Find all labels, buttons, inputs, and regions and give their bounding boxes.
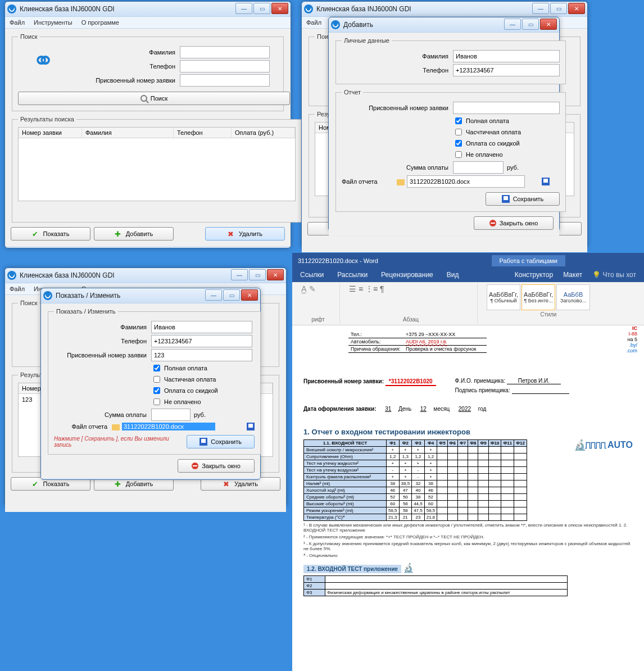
chk-partial[interactable] xyxy=(153,376,160,383)
label-reqnum: Присвоенный номер заявки xyxy=(69,77,180,84)
label-surname: Фамилия xyxy=(69,49,180,56)
results-group-label: Результаты поиска xyxy=(18,116,76,123)
menu-file[interactable]: Файл xyxy=(10,285,25,292)
close-window-button[interactable]: Закрыть окно xyxy=(474,216,554,230)
menu-file[interactable]: Файл xyxy=(10,19,25,26)
plus-icon xyxy=(115,230,123,238)
search-group-label: Поиск xyxy=(18,33,39,40)
hint-text: Нажмите [ Сохранить ], если Вы изменили … xyxy=(54,436,187,448)
close-button[interactable]: ✕ xyxy=(568,3,585,14)
word-context-tab: Работа с таблицами xyxy=(492,255,565,266)
style-nospace[interactable]: АаБбВвГг,¶ Без инте... xyxy=(521,284,555,310)
close-button[interactable]: ✕ xyxy=(241,289,258,301)
menu-tools[interactable]: Инструменты xyxy=(34,19,72,26)
app-icon xyxy=(331,20,340,29)
people-icon: ⚭ xyxy=(18,44,69,76)
add-reqnum-input[interactable] xyxy=(453,102,560,114)
app-icon xyxy=(7,271,16,280)
save-icon xyxy=(502,195,510,203)
style-normal[interactable]: АаБбВвГг,¶ Обычный xyxy=(487,284,520,310)
tab-references[interactable]: Ссылки xyxy=(300,271,324,279)
add-button[interactable]: Добавить xyxy=(94,227,174,241)
report-group: Отчет xyxy=(342,89,363,96)
menu-about[interactable]: О программе xyxy=(81,19,119,26)
window-title: Клиенская база INJ6000N GDI xyxy=(316,5,411,13)
close-button[interactable]: ✕ xyxy=(271,3,288,14)
minimize-button[interactable]: — xyxy=(532,3,549,14)
search-icon xyxy=(140,95,147,102)
chk-discount[interactable] xyxy=(153,387,160,394)
close-button[interactable]: ✕ xyxy=(267,269,284,280)
save-icon xyxy=(199,438,207,446)
disk-icon[interactable] xyxy=(542,178,550,185)
input-test-table: 1.1. ВХОДНОЙ ТЕСТ Ф1Ф2Ф3Ф4Ф5Ф6Ф7Ф8Ф9Ф10Ф… xyxy=(303,439,527,521)
edit-sum-input[interactable] xyxy=(151,409,191,421)
input-phone[interactable] xyxy=(180,60,270,72)
minimize-button[interactable]: — xyxy=(231,269,248,280)
col-reqnum[interactable]: Номер заявки xyxy=(19,128,82,138)
col-phone[interactable]: Телефон xyxy=(174,128,232,138)
window-title: Клиенская база INJ6000N GDI xyxy=(20,271,115,279)
label-phone: Телефон xyxy=(69,63,180,70)
disk-icon[interactable] xyxy=(247,423,255,430)
style-heading[interactable]: АаБбВЗаголово... xyxy=(556,284,590,310)
maximize-button[interactable]: ▭ xyxy=(550,3,567,14)
results-table[interactable]: Номер заявки Фамилия Телефон Оплата (руб… xyxy=(18,127,296,201)
chk-partial[interactable] xyxy=(455,129,462,135)
save-button[interactable]: Сохранить xyxy=(486,192,560,206)
tab-mailings[interactable]: Рассылки xyxy=(337,271,368,279)
input-surname[interactable] xyxy=(180,46,270,58)
col-payment[interactable]: Оплата (руб.) xyxy=(232,128,295,138)
section-heading: 1. Отчет о входном тестировании инжектор… xyxy=(303,428,633,436)
chk-fullpay[interactable] xyxy=(455,117,462,124)
window-title: Клиенская база INJ6000N GDI xyxy=(20,5,115,13)
delete-button[interactable]: Удалить xyxy=(205,227,285,241)
folder-icon[interactable] xyxy=(112,424,120,430)
minimize-button[interactable]: — xyxy=(235,3,252,14)
add-sum-input[interactable] xyxy=(453,161,504,174)
maximize-button[interactable]: ▭ xyxy=(522,19,539,30)
maximize-button[interactable]: ▭ xyxy=(223,289,240,301)
app-icon xyxy=(7,4,16,13)
dialog-title: Показать / Изменить xyxy=(56,292,120,300)
show-button[interactable]: Показать xyxy=(11,227,90,241)
app-icon xyxy=(43,291,52,300)
dialog-title: Добавить xyxy=(343,21,373,29)
add-surname-input[interactable] xyxy=(453,50,560,62)
show-group: Показать / Изменить xyxy=(54,308,118,315)
maximize-button[interactable]: ▭ xyxy=(253,3,270,14)
auto-logo: 🔬⎍⎍⎍⎍AUTO xyxy=(574,439,633,451)
personal-group: Личные данные xyxy=(342,37,392,44)
chk-discount[interactable] xyxy=(455,140,462,147)
minimize-button[interactable]: — xyxy=(504,19,521,30)
tab-view[interactable]: Вид xyxy=(447,271,459,279)
menu-file[interactable]: Файл xyxy=(306,19,321,26)
stop-icon xyxy=(489,220,496,226)
app-icon xyxy=(304,4,313,13)
save-button[interactable]: Сохранить xyxy=(187,435,255,448)
check-icon xyxy=(32,230,40,238)
edit-reqnum-input[interactable] xyxy=(151,349,252,361)
edit-file-link[interactable]: 31122022B1020.docx xyxy=(122,423,215,430)
tab-design[interactable]: Конструктор xyxy=(515,271,553,279)
word-doc-title: 31122022B1020.docx - Word xyxy=(298,257,378,264)
folder-icon[interactable] xyxy=(397,179,405,185)
input-reqnum[interactable] xyxy=(180,74,270,87)
add-phone-input[interactable] xyxy=(453,64,560,76)
close-window-button[interactable]: Закрыть окно xyxy=(178,459,255,473)
add-file-input[interactable] xyxy=(407,175,525,188)
col-surname[interactable]: Фамилия xyxy=(82,128,174,138)
close-button[interactable]: ✕ xyxy=(540,19,557,30)
maximize-button[interactable]: ▭ xyxy=(249,269,266,280)
edit-phone-input[interactable] xyxy=(151,335,252,347)
tab-review[interactable]: Рецензирование xyxy=(381,271,433,279)
delete-icon xyxy=(228,230,235,238)
search-button[interactable]: Поиск xyxy=(18,92,290,105)
minimize-button[interactable]: — xyxy=(205,289,222,301)
edit-surname-input[interactable] xyxy=(151,321,252,333)
chk-unpaid[interactable] xyxy=(455,151,462,158)
chk-fullpay[interactable] xyxy=(153,365,160,371)
stop-icon xyxy=(192,463,198,469)
tab-layout[interactable]: Макет xyxy=(563,271,582,279)
chk-unpaid[interactable] xyxy=(153,398,160,405)
